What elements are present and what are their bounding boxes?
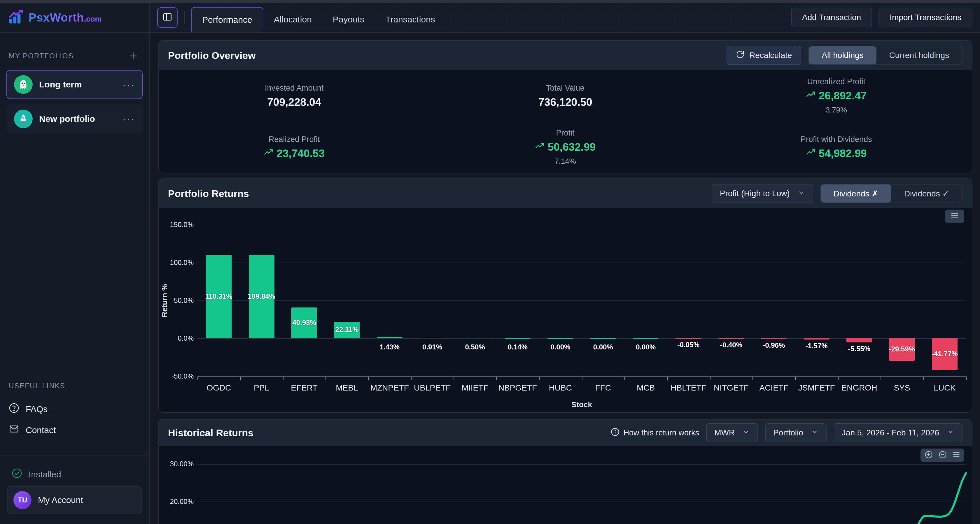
stat-profit: Profit50,632.997.14% bbox=[430, 122, 701, 173]
chevron-down-icon bbox=[947, 428, 955, 438]
sidebar-link-contact[interactable]: Contact bbox=[9, 424, 56, 436]
holdings-option-all-holdings[interactable]: All holdings bbox=[809, 46, 876, 64]
method-dropdown-value: MWR bbox=[714, 428, 735, 437]
useful-links-heading: USEFUL LINKS bbox=[9, 382, 65, 390]
stat-sub-percent: 7.14% bbox=[554, 157, 576, 166]
topbar-divider bbox=[184, 11, 185, 24]
sidebar: PsxWorth.com MY PORTFOLIOS Long term···N… bbox=[0, 3, 150, 524]
dividends-option-dividends[interactable]: Dividends ✓ bbox=[891, 184, 962, 203]
dividends-option-dividends[interactable]: Dividends ✗ bbox=[821, 184, 891, 203]
refresh-icon bbox=[736, 50, 745, 61]
historical-line-chart: 30.00%20.00% bbox=[159, 446, 972, 524]
y-tick-label: 30.00% bbox=[159, 460, 194, 468]
category-label-hubc: HUBC bbox=[539, 383, 582, 392]
chart-menu-button[interactable] bbox=[945, 210, 964, 223]
scope-dropdown[interactable]: Portfolio bbox=[765, 423, 827, 442]
x-axis-line bbox=[197, 376, 966, 377]
window-top-strip bbox=[0, 0, 980, 3]
bar-value-label: 109.84% bbox=[241, 292, 282, 300]
stat-amount: 23,740.53 bbox=[277, 148, 325, 160]
installed-status: Installed bbox=[12, 468, 61, 481]
zoom-in-icon[interactable] bbox=[924, 450, 933, 460]
brand-logo[interactable]: PsxWorth.com bbox=[0, 3, 149, 33]
sort-dropdown[interactable]: Profit (High to Low) bbox=[712, 184, 813, 203]
add-portfolio-button[interactable] bbox=[127, 49, 140, 62]
bar-value-label: 22.11% bbox=[326, 326, 367, 334]
stat-sub-percent: 3.79% bbox=[826, 105, 847, 114]
mail-icon bbox=[9, 424, 19, 436]
stat-label: Invested Amount bbox=[265, 84, 323, 93]
sidebar-link-label: FAQs bbox=[25, 404, 48, 414]
bar-ublpetf[interactable] bbox=[419, 338, 445, 338]
category-label-ogdc: OGDC bbox=[197, 383, 240, 392]
sidebar-link-faqs[interactable]: FAQs bbox=[9, 403, 48, 415]
y-axis-title: Return % bbox=[160, 225, 169, 376]
bar-ffc[interactable] bbox=[590, 338, 616, 339]
tab-performance[interactable]: Performance bbox=[191, 7, 263, 32]
category-label-miietf: MIIETF bbox=[454, 383, 496, 392]
content: Portfolio Overview Recalculate All holdi… bbox=[150, 33, 980, 524]
y-gridline bbox=[197, 263, 966, 263]
y-gridline bbox=[197, 225, 966, 225]
bar-value-label: -0.40% bbox=[711, 341, 752, 349]
bar-value-label: 110.31% bbox=[198, 292, 239, 300]
bar-mznpetf[interactable] bbox=[377, 337, 402, 338]
bar-value-label: 0.50% bbox=[455, 343, 496, 351]
trending-up-icon bbox=[806, 90, 815, 102]
bar-nitgetf[interactable] bbox=[718, 338, 744, 339]
y-gridline bbox=[197, 464, 966, 465]
historical-returns-card: Historical Returns How this return works… bbox=[158, 419, 972, 524]
sidebar-divider bbox=[0, 456, 149, 456]
bar-value-label: 0.91% bbox=[412, 343, 453, 351]
bar-miietf[interactable] bbox=[462, 338, 488, 338]
tab-transactions[interactable]: Transactions bbox=[375, 7, 445, 32]
category-label-engroh: ENGROH bbox=[838, 383, 881, 392]
scope-dropdown-value: Portfolio bbox=[773, 428, 803, 437]
bar-value-label: -41.77% bbox=[924, 350, 965, 358]
category-label-jsmfetf: JSMFETF bbox=[795, 383, 838, 392]
sidebar-collapse-button[interactable] bbox=[157, 7, 178, 28]
chart-zoom-controls bbox=[921, 449, 964, 462]
chevron-down-icon bbox=[742, 428, 750, 438]
category-label-hbltetf: HBLTETF bbox=[667, 383, 710, 392]
bar-value-label: 0.14% bbox=[497, 343, 538, 351]
method-dropdown[interactable]: MWR bbox=[706, 423, 758, 442]
trending-up-icon bbox=[264, 148, 273, 160]
stat-value: 23,740.53 bbox=[264, 148, 325, 160]
bar-jsmfetf[interactable] bbox=[804, 338, 829, 340]
category-label-ppl: PPL bbox=[240, 383, 283, 392]
bar-mcb[interactable] bbox=[633, 338, 659, 339]
sidebar-portfolio-long-term[interactable]: Long term··· bbox=[6, 70, 143, 99]
bar-engroh[interactable] bbox=[846, 338, 872, 343]
bar-acietf[interactable] bbox=[761, 338, 787, 339]
stat-value: 50,632.99 bbox=[535, 141, 596, 153]
menu-icon bbox=[950, 212, 959, 221]
add-transaction-button[interactable]: Add Transaction bbox=[791, 8, 872, 27]
holdings-option-current-holdings[interactable]: Current holdings bbox=[877, 46, 962, 64]
dividends-toggle: Dividends ✗Dividends ✓ bbox=[820, 184, 963, 203]
stat-label: Total Value bbox=[546, 84, 584, 93]
my-account-button[interactable]: TU My Account bbox=[7, 486, 142, 514]
bar-value-label: 40.93% bbox=[284, 319, 325, 327]
returns-bar-chart: 150.0%100.0%50.0%0.0%-50.0%110.31%OGDC10… bbox=[159, 208, 972, 412]
return-info-link[interactable]: How this return works bbox=[611, 427, 699, 438]
bar-nbpgetf[interactable] bbox=[505, 338, 531, 339]
category-label-mcb: MCB bbox=[624, 383, 667, 392]
menu-icon[interactable] bbox=[952, 451, 961, 459]
import-transactions-button[interactable]: Import Transactions bbox=[878, 8, 972, 27]
tab-payouts[interactable]: Payouts bbox=[322, 7, 375, 32]
category-label-nbpgetf: NBPGETF bbox=[496, 383, 539, 392]
sidebar-portfolio-new-portfolio[interactable]: New portfolio··· bbox=[6, 104, 143, 133]
recalculate-button[interactable]: Recalculate bbox=[727, 46, 801, 65]
bar-hubc[interactable] bbox=[547, 338, 573, 339]
category-label-ffc: FFC bbox=[582, 383, 624, 392]
trending-up-icon bbox=[806, 148, 815, 160]
date-range-dropdown[interactable]: Jan 5, 2026 - Feb 11, 2026 bbox=[834, 423, 963, 442]
zoom-out-icon[interactable] bbox=[938, 450, 947, 460]
portfolio-overview-card: Portfolio Overview Recalculate All holdi… bbox=[158, 40, 972, 173]
tab-allocation[interactable]: Allocation bbox=[263, 7, 322, 32]
date-range-value: Jan 5, 2026 - Feb 11, 2026 bbox=[842, 428, 939, 437]
category-label-efert: EFERT bbox=[283, 383, 326, 392]
trending-up-icon bbox=[535, 141, 544, 153]
stat-label: Unrealized Profit bbox=[807, 77, 865, 86]
